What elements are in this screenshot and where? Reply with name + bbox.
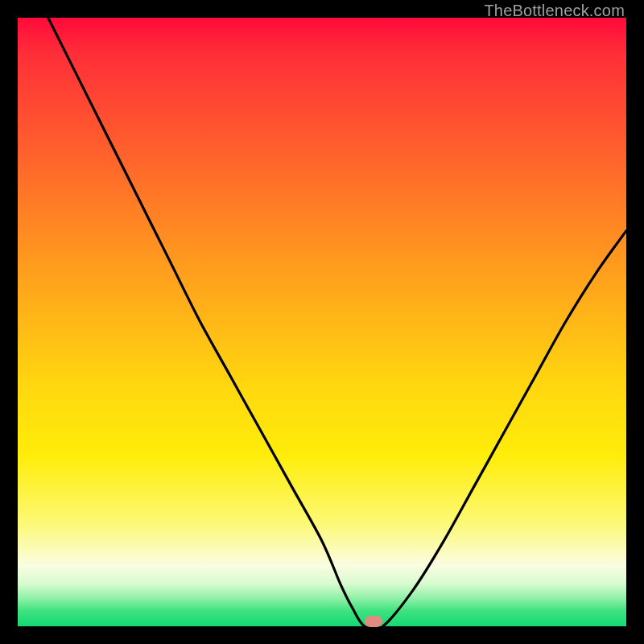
bottleneck-curve xyxy=(18,18,626,626)
optimum-marker xyxy=(365,616,382,627)
chart-frame: TheBottleneck.com xyxy=(0,0,644,644)
plot-area xyxy=(18,18,626,626)
